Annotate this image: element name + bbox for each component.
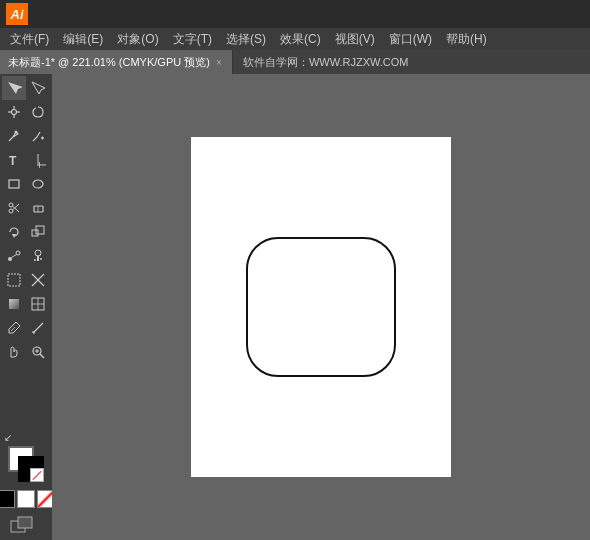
svg-point-25 <box>35 250 41 256</box>
tab-extra-info: 软件自学网：WWW.RJZXW.COM <box>233 50 419 74</box>
slice-tool[interactable] <box>26 268 50 292</box>
menu-file[interactable]: 文件(F) <box>4 29 55 50</box>
menu-view[interactable]: 视图(V) <box>329 29 381 50</box>
type-tool[interactable]: T <box>2 148 26 172</box>
svg-point-22 <box>8 257 12 261</box>
tool-row-transform <box>0 220 52 244</box>
app-logo: Ai <box>6 3 28 25</box>
svg-rect-29 <box>8 274 20 286</box>
color-area: ↙ <box>0 442 52 538</box>
svg-rect-20 <box>32 230 38 236</box>
canvas-area[interactable] <box>52 74 590 540</box>
arrange-svg <box>10 516 42 534</box>
pen-tool[interactable] <box>2 124 26 148</box>
none-color-icon[interactable] <box>30 468 44 482</box>
ellipse-tool[interactable] <box>26 172 50 196</box>
hand-tool[interactable] <box>2 340 26 364</box>
menu-select[interactable]: 选择(S) <box>220 29 272 50</box>
arrange-icons <box>10 516 42 534</box>
add-anchor-tool[interactable] <box>26 124 50 148</box>
canvas-document <box>191 137 451 477</box>
svg-point-4 <box>12 110 17 115</box>
blend-tool[interactable] <box>2 244 26 268</box>
menu-edit[interactable]: 编辑(E) <box>57 29 109 50</box>
toolbar: T T <box>0 74 52 540</box>
scale-tool[interactable] <box>26 220 50 244</box>
tool-row-gradient <box>0 292 52 316</box>
svg-point-5 <box>15 131 18 134</box>
tool-row-eyedropper <box>0 316 52 340</box>
svg-rect-11 <box>9 180 19 188</box>
tool-row-hand <box>0 340 52 364</box>
rotate-tool[interactable] <box>2 220 26 244</box>
scissors-tool[interactable] <box>2 196 26 220</box>
svg-point-27 <box>34 259 36 261</box>
tab-bar: 未标题-1* @ 221.01% (CMYK/GPU 预览) × 软件自学网：W… <box>0 50 590 74</box>
tool-row-blend <box>0 244 52 268</box>
tool-row-artboard <box>0 268 52 292</box>
tool-row-selection <box>0 76 52 100</box>
tool-row-pen <box>0 124 52 148</box>
main-area: T T <box>0 74 590 540</box>
rounded-rectangle-shape <box>246 237 396 377</box>
mesh-tool[interactable] <box>26 292 50 316</box>
lasso-tool[interactable] <box>26 100 50 124</box>
tool-row-magic <box>0 100 52 124</box>
svg-text:T: T <box>38 162 46 168</box>
tool-row-shape <box>0 172 52 196</box>
symbol-sprayer-tool[interactable] <box>26 244 50 268</box>
svg-rect-45 <box>18 517 32 528</box>
svg-text:T: T <box>9 154 17 168</box>
menu-text[interactable]: 文字(T) <box>167 29 218 50</box>
reset-default-colors[interactable]: ↙ <box>4 432 12 443</box>
selection-tool[interactable] <box>2 76 26 100</box>
tab-label: 未标题-1* @ 221.01% (CMYK/GPU 预览) <box>8 55 210 70</box>
magic-wand-tool[interactable] <box>2 100 26 124</box>
color-mode-row <box>0 490 52 508</box>
tool-row-type: T T <box>0 148 52 172</box>
gradient-tool[interactable] <box>2 292 26 316</box>
svg-rect-17 <box>34 206 43 212</box>
black-swatch[interactable] <box>0 490 15 508</box>
title-bar: Ai <box>0 0 590 28</box>
svg-line-36 <box>11 327 15 331</box>
artboard-tool[interactable] <box>2 268 26 292</box>
measure-tool[interactable] <box>26 316 50 340</box>
menu-object[interactable]: 对象(O) <box>111 29 164 50</box>
menu-effect[interactable]: 效果(C) <box>274 29 327 50</box>
white-swatch[interactable] <box>17 490 35 508</box>
active-tab[interactable]: 未标题-1* @ 221.01% (CMYK/GPU 预览) × <box>0 50 233 74</box>
artboard <box>191 137 451 477</box>
svg-point-23 <box>16 251 20 255</box>
none-swatch[interactable] <box>37 490 52 508</box>
svg-line-37 <box>33 323 43 333</box>
svg-line-41 <box>40 354 44 358</box>
zoom-tool[interactable] <box>26 340 50 364</box>
eraser-tool[interactable] <box>26 196 50 220</box>
svg-point-28 <box>40 258 42 260</box>
svg-rect-32 <box>9 299 19 309</box>
svg-point-12 <box>33 180 43 188</box>
svg-line-24 <box>11 254 16 257</box>
direct-selection-tool[interactable] <box>26 76 50 100</box>
rectangle-tool[interactable] <box>2 172 26 196</box>
menu-help[interactable]: 帮助(H) <box>440 29 493 50</box>
tool-row-scissors <box>0 196 52 220</box>
menu-bar: 文件(F) 编辑(E) 对象(O) 文字(T) 选择(S) 效果(C) 视图(V… <box>0 28 590 50</box>
menu-window[interactable]: 窗口(W) <box>383 29 438 50</box>
fill-stroke-indicator[interactable]: ↙ <box>8 446 44 482</box>
tab-close-button[interactable]: × <box>214 57 224 67</box>
eyedropper-tool[interactable] <box>2 316 26 340</box>
vertical-type-tool[interactable]: T <box>26 148 50 172</box>
